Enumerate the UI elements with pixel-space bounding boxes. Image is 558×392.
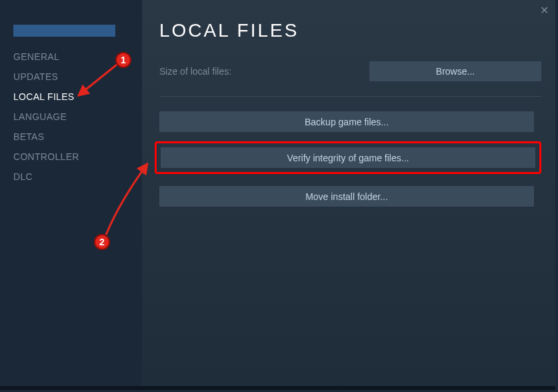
size-row: Size of local files: Browse... bbox=[159, 61, 541, 81]
sidebar-item-controller[interactable]: CONTROLLER bbox=[13, 147, 142, 167]
divider bbox=[159, 96, 541, 97]
sidebar-item-dlc[interactable]: DLC bbox=[13, 167, 142, 187]
sidebar-banner bbox=[13, 25, 115, 37]
main-panel: LOCAL FILES Size of local files: Browse.… bbox=[142, 0, 558, 390]
annotation-marker-2: 2 bbox=[94, 234, 110, 250]
properties-window: ✕ GENERAL UPDATES LOCAL FILES LANGUAGE B… bbox=[0, 0, 555, 390]
sidebar-item-betas[interactable]: BETAS bbox=[13, 127, 142, 147]
annotation-marker-1: 1 bbox=[115, 52, 131, 68]
backup-button[interactable]: Backup game files... bbox=[159, 111, 534, 132]
sidebar-item-local-files[interactable]: LOCAL FILES bbox=[13, 87, 142, 107]
bottom-shadow bbox=[0, 386, 555, 390]
page-title: LOCAL FILES bbox=[159, 20, 541, 41]
move-folder-button[interactable]: Move install folder... bbox=[159, 186, 534, 207]
browse-button[interactable]: Browse... bbox=[369, 61, 541, 81]
sidebar-item-language[interactable]: LANGUAGE bbox=[13, 107, 142, 127]
verify-integrity-button[interactable]: Verify integrity of game files... bbox=[161, 147, 535, 168]
size-label: Size of local files: bbox=[159, 66, 231, 77]
sidebar-item-updates[interactable]: UPDATES bbox=[13, 67, 142, 87]
verify-highlight: Verify integrity of game files... bbox=[155, 141, 541, 174]
